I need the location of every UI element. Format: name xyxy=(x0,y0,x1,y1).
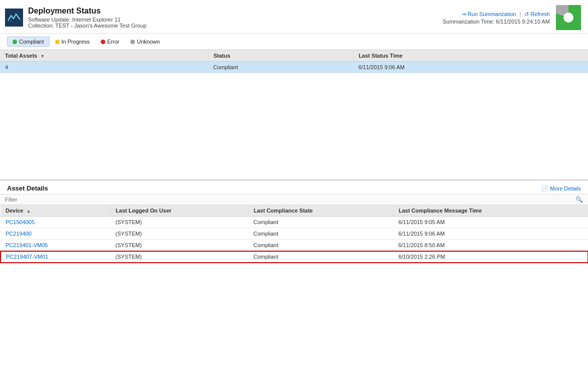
cell-total-assets: 4 xyxy=(0,62,208,73)
th-last-logged-on-user-label: Last Logged On User xyxy=(116,208,171,214)
th-last-compliance-message-time-label: Last Compliance Message Time xyxy=(399,208,482,214)
cell-status: Compliant xyxy=(208,62,353,73)
cell-last-status-time: 6/11/2015 9:06 AM xyxy=(353,62,588,73)
svg-point-2 xyxy=(563,13,573,23)
th-status-label: Status xyxy=(214,53,231,59)
tab-error-label: Error xyxy=(107,39,119,45)
cell-last-logged-on-user: (SYSTEM) xyxy=(110,228,248,240)
cell-device: PC1504005 xyxy=(1,217,110,228)
tab-in-progress[interactable]: In Progress xyxy=(50,37,95,47)
list-item[interactable]: PC219401-VM05 (SYSTEM) Compliant 6/11/20… xyxy=(1,240,588,251)
header-left: Deployment Status Software Update: Inter… xyxy=(5,7,146,29)
logo-icon xyxy=(7,11,21,25)
tab-compliant[interactable]: Compliant xyxy=(7,37,50,47)
asset-table-header-row: Device ▲ Last Logged On User Last Compli… xyxy=(1,205,588,217)
collection-label: Collection: xyxy=(28,23,54,29)
asset-table: Device ▲ Last Logged On User Last Compli… xyxy=(0,205,588,263)
software-update-label: Software Update: xyxy=(28,17,71,23)
upper-table-header-row: Total Assets ▼ Status Last Status Time xyxy=(0,50,588,62)
summarization-time: Summarization Time: 6/11/2015 9:24:10 AM xyxy=(443,19,550,25)
cell-last-compliance-message-time: 6/11/2015 9:05 AM xyxy=(394,217,588,228)
arrow-icon: ⇒ xyxy=(462,11,466,17)
th-device-label: Device xyxy=(6,208,23,214)
asset-details-header: Asset Details 📄 More Details xyxy=(0,180,588,195)
info-row: Software Update: Internet Explorer 11 Co… xyxy=(28,17,146,29)
tab-in-progress-label: In Progress xyxy=(62,39,90,45)
upper-table-body: 4 Compliant 6/11/2015 9:06 AM xyxy=(0,62,588,73)
tab-unknown[interactable]: Unknown xyxy=(125,37,165,47)
tab-unknown-label: Unknown xyxy=(137,39,160,45)
dot-in-progress xyxy=(55,40,60,44)
dot-compliant xyxy=(13,40,17,44)
cell-last-compliance-message-time: 6/11/2015 9:06 AM xyxy=(394,228,588,240)
cell-device: PC219407-VM01 xyxy=(1,251,110,263)
device-link[interactable]: PC219407-VM01 xyxy=(6,254,48,260)
more-details-icon: 📄 xyxy=(541,185,548,192)
list-item[interactable]: PC219407-VM01 (SYSTEM) Compliant 6/10/20… xyxy=(1,251,588,263)
header-links-block: ⇒ Run Summarization | ↺ Refresh Summariz… xyxy=(443,11,550,25)
cell-last-compliance-message-time: 6/10/2015 2:26 PM xyxy=(394,251,588,263)
search-icon: 🔍 xyxy=(575,196,583,203)
th-last-logged-on-user[interactable]: Last Logged On User xyxy=(110,205,248,217)
th-last-compliance-message-time[interactable]: Last Compliance Message Time xyxy=(394,205,588,217)
collection-value: TEST - Jason's Awesome Test Group xyxy=(55,23,146,29)
header: Deployment Status Software Update: Inter… xyxy=(0,0,588,34)
cell-last-compliance-state: Compliant xyxy=(248,217,393,228)
cell-device: PC219400 xyxy=(1,228,110,240)
pie-chart xyxy=(556,5,581,30)
device-link[interactable]: PC219401-VM05 xyxy=(6,242,48,248)
list-item[interactable]: PC219400 (SYSTEM) Compliant 6/11/2015 9:… xyxy=(1,228,588,240)
cell-device: PC219401-VM05 xyxy=(1,240,110,251)
page-title: Deployment Status xyxy=(28,7,146,16)
tab-error[interactable]: Error xyxy=(95,37,125,47)
more-details-link[interactable]: 📄 More Details xyxy=(541,185,581,192)
cell-last-compliance-message-time: 6/11/2015 8:50 AM xyxy=(394,240,588,251)
th-device[interactable]: Device ▲ xyxy=(1,205,110,217)
upper-table-area: Total Assets ▼ Status Last Status Time 4… xyxy=(0,50,588,180)
cell-last-compliance-state: Compliant xyxy=(248,228,393,240)
title-block: Deployment Status Software Update: Inter… xyxy=(28,7,146,29)
run-summarization-link[interactable]: Run Summarization xyxy=(468,11,516,17)
filter-tabs: Compliant In Progress Error Unknown xyxy=(0,34,588,50)
asset-details-title: Asset Details xyxy=(7,184,48,192)
cell-last-compliance-state: Compliant xyxy=(248,251,393,263)
upper-table: Total Assets ▼ Status Last Status Time 4… xyxy=(0,50,588,73)
sort-arrow-device: ▲ xyxy=(27,209,31,214)
cell-last-logged-on-user: (SYSTEM) xyxy=(110,217,248,228)
cell-last-logged-on-user: (SYSTEM) xyxy=(110,240,248,251)
refresh-link[interactable]: Refresh xyxy=(530,11,550,17)
cell-last-logged-on-user: (SYSTEM) xyxy=(110,251,248,263)
dot-error xyxy=(101,40,105,44)
list-item[interactable]: PC1504005 (SYSTEM) Compliant 6/11/2015 9… xyxy=(1,217,588,228)
header-links: ⇒ Run Summarization | ↺ Refresh xyxy=(443,11,550,18)
cell-last-compliance-state: Compliant xyxy=(248,240,393,251)
device-link[interactable]: PC1504005 xyxy=(6,219,35,225)
pie-chart-svg xyxy=(556,5,581,30)
more-details-label: More Details xyxy=(550,185,581,191)
tab-compliant-label: Compliant xyxy=(19,39,44,45)
th-status[interactable]: Status xyxy=(208,50,353,62)
filter-bar: 🔍 xyxy=(0,195,588,205)
th-total-assets[interactable]: Total Assets ▼ xyxy=(0,50,208,62)
sort-arrow-total-assets: ▼ xyxy=(40,54,45,59)
software-update-value: Internet Explorer 11 xyxy=(72,17,121,23)
th-last-status-time[interactable]: Last Status Time xyxy=(353,50,588,62)
main-container: Deployment Status Software Update: Inter… xyxy=(0,0,588,385)
th-last-compliance-state[interactable]: Last Compliance State xyxy=(248,205,393,217)
device-link[interactable]: PC219400 xyxy=(6,231,32,237)
dot-unknown xyxy=(130,40,135,44)
table-row[interactable]: 4 Compliant 6/11/2015 9:06 AM xyxy=(0,62,588,73)
th-last-compliance-state-label: Last Compliance State xyxy=(254,208,313,214)
asset-table-container: Device ▲ Last Logged On User Last Compli… xyxy=(0,205,588,385)
header-right: ⇒ Run Summarization | ↺ Refresh Summariz… xyxy=(443,5,581,30)
th-total-assets-label: Total Assets xyxy=(5,53,37,59)
th-last-status-time-label: Last Status Time xyxy=(358,53,403,59)
logo-box xyxy=(5,9,23,27)
refresh-icon: ↺ xyxy=(524,11,529,17)
filter-input[interactable] xyxy=(5,197,572,203)
asset-details-section: Asset Details 📄 More Details 🔍 Device ▲ xyxy=(0,180,588,385)
asset-table-body: PC1504005 (SYSTEM) Compliant 6/11/2015 9… xyxy=(1,217,588,263)
